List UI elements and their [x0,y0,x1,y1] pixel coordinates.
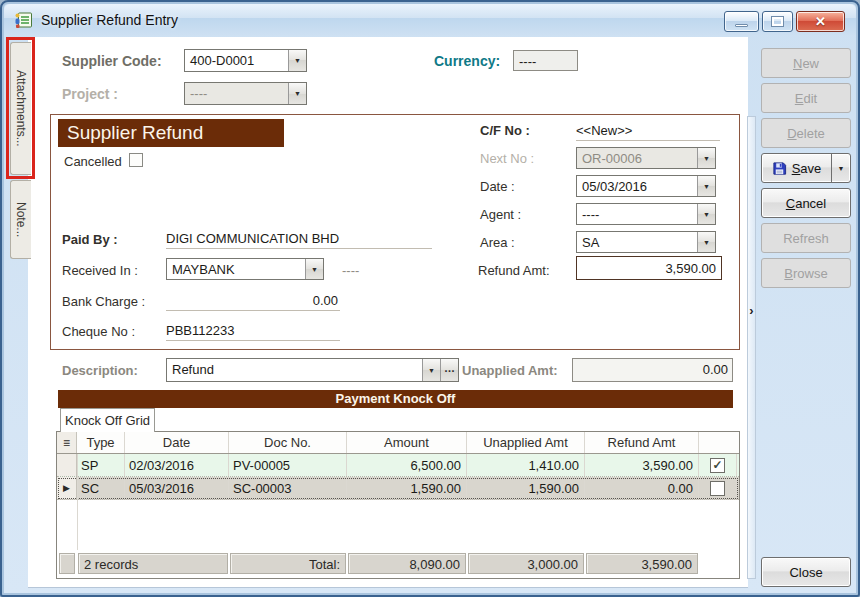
agent-label: Agent : [480,207,521,222]
refund-amt-field[interactable]: 3,590.00 [576,256,722,280]
area-label: Area : [480,235,515,250]
tab-note-label: Note... [14,202,28,237]
date-dropdown-button[interactable]: ▼ [697,176,715,196]
delete-button[interactable]: Delete [761,118,851,148]
titlebar: Supplier Refund Entry ✕ [4,4,856,35]
description-label: Description: [62,363,138,378]
column-header-date[interactable]: Date [125,432,229,453]
chevron-down-icon: ▼ [703,183,710,190]
next-no-label: Next No : [480,151,534,166]
supplier-code-combobox[interactable]: 400-D0001 ▼ [184,49,307,72]
unapplied-amt-total: 3,000.00 [468,553,584,574]
grid-cell: 3,590.00 [585,454,699,476]
chevron-down-icon: ▼ [703,155,710,162]
panel-title: Supplier Refund [58,119,284,147]
grid-cell: SC-00003 [229,477,347,499]
unapplied-amt-value: 0.00 [572,358,733,382]
row-checkbox-checked[interactable]: ✓ [710,458,725,473]
grid-menu-button[interactable]: ≡ [57,432,77,453]
tab-note[interactable]: Note... [10,180,31,259]
grid-cell: 02/03/2016 [125,454,229,476]
paid-by-field[interactable]: DIGI COMMUNICATION BHD [166,229,432,249]
column-header-refund-amt[interactable]: Refund Amt [585,432,699,453]
column-header-type[interactable]: Type [77,432,125,453]
agent-combobox[interactable]: ---- ▼ [576,203,716,225]
maximize-button[interactable] [762,11,793,32]
next-no-combobox[interactable]: OR-00006 ▼ [576,147,716,169]
area-combobox[interactable]: SA ▼ [576,231,716,253]
grid-cell: 05/03/2016 [125,477,229,499]
cheque-no-field[interactable]: PBB112233 [166,321,340,341]
browse-button[interactable]: Browse [761,258,851,288]
date-combobox[interactable]: 05/03/2016 ▼ [576,175,716,197]
grid-row[interactable]: ▶SC05/03/2016SC-000031,590.001,590.000.0… [57,477,739,500]
footer-gutter-cell [59,553,75,574]
next-no-dropdown-button[interactable]: ▼ [697,148,715,168]
project-dropdown-button[interactable]: ▼ [288,83,306,104]
grid-footer: 2 records Total: 8,090.00 3,000.00 3,590… [57,552,739,576]
received-in-dropdown-button[interactable]: ▼ [305,259,323,279]
paid-by-label: Paid By : [62,232,118,247]
received-in-value: MAYBANK [167,259,305,279]
unapplied-amt-label: Unapplied Amt: [462,363,558,378]
column-header-doc-no[interactable]: Doc No. [229,432,347,453]
cheque-no-label: Cheque No : [62,324,135,339]
app-icon [14,10,34,30]
supplier-refund-entry-window: Supplier Refund Entry ✕ Attachments... N… [0,0,860,597]
area-value: SA [577,232,697,252]
chevron-down-icon: ▼ [294,57,301,64]
save-button[interactable]: Save ▼ [761,153,851,183]
cancelled-label: Cancelled [64,154,122,169]
annotation-highlight [6,37,35,179]
bank-charge-field[interactable]: 0.00 [166,291,340,311]
cancelled-checkbox[interactable] [129,153,143,167]
area-dropdown-button[interactable]: ▼ [697,232,715,252]
agent-value: ---- [577,204,697,224]
column-header-checkbox [699,432,737,453]
panel-splitter[interactable]: › [747,116,756,579]
date-label: Date : [480,179,515,194]
column-header-unapplied-amt[interactable]: Unapplied Amt [467,432,585,453]
refund-amt-total: 3,590.00 [586,553,698,574]
save-dropdown-button[interactable]: ▼ [831,154,850,182]
cf-no-value: <<New>> [576,121,720,141]
grid-row[interactable]: SP02/03/2016PV-000056,500.001,410.003,59… [57,454,739,477]
grid-cell: PV-00005 [229,454,347,476]
received-in-combobox[interactable]: MAYBANK ▼ [166,258,324,280]
close-icon: ✕ [815,14,826,29]
row-checkbox[interactable] [710,481,725,496]
chevron-down-icon: ▼ [294,90,301,97]
edit-button[interactable]: Edit [761,83,851,113]
amount-total: 8,090.00 [348,553,466,574]
description-dropdown-button[interactable]: ▼ [422,359,440,381]
description-browse-button[interactable]: … [440,359,458,381]
minimize-icon [735,24,748,27]
save-floppy-icon [772,161,787,176]
cf-no-label: C/F No : [480,123,530,138]
grid-cell: 1,590.00 [467,477,585,499]
next-no-value: OR-00006 [577,148,697,168]
refund-amt-label: Refund Amt: [478,263,550,278]
gutter-line [77,454,78,550]
supplier-code-dropdown-button[interactable]: ▼ [288,50,306,71]
close-window-button[interactable]: ✕ [796,11,845,32]
column-header-amount[interactable]: Amount [347,432,467,453]
minimize-button[interactable] [724,11,759,32]
chevron-down-icon: ▼ [428,367,435,374]
agent-dropdown-button[interactable]: ▼ [697,204,715,224]
grid-cell [57,454,77,476]
tab-knock-off-grid[interactable]: Knock Off Grid [60,408,155,432]
bank-charge-label: Bank Charge : [62,294,145,309]
date-value: 05/03/2016 [577,176,697,196]
description-value: Refund [167,359,422,381]
refresh-button[interactable]: Refresh [761,223,851,253]
close-button[interactable]: Close [761,557,851,587]
cancel-button[interactable]: Cancel [761,188,851,218]
grid-cell: 1,410.00 [467,454,585,476]
received-in-currency: ---- [342,263,359,278]
project-combobox[interactable]: ---- ▼ [184,82,307,105]
chevron-down-icon: ▼ [838,165,845,172]
grid-cell: 0.00 [585,477,699,499]
new-button[interactable]: New [761,48,851,78]
description-combobox[interactable]: Refund ▼ … [166,358,459,382]
